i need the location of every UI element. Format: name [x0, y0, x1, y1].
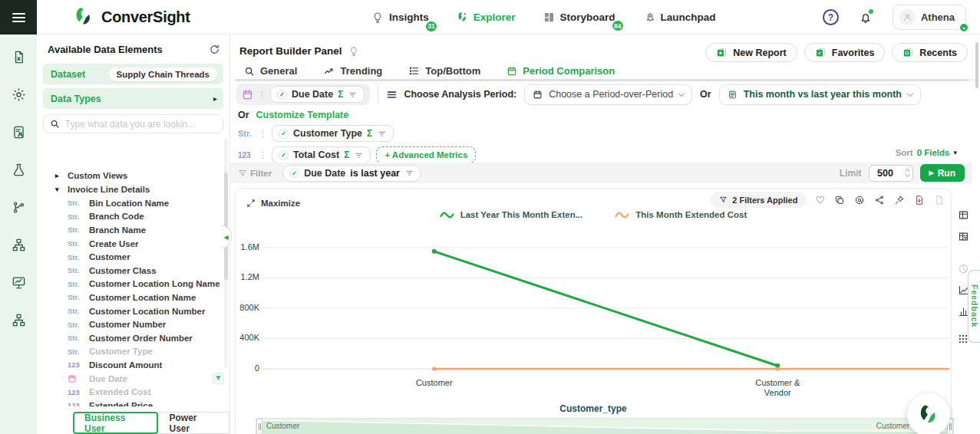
tab-period-comparison[interactable]: Period Comparison [506, 65, 615, 77]
field-customer[interactable]: Str.Customer [37, 250, 230, 264]
sigma-icon[interactable]: Σ [344, 150, 349, 160]
help-button[interactable]: ? [823, 9, 839, 25]
rail-presentation-button[interactable] [0, 267, 37, 298]
field-create-user[interactable]: Str.Create User [37, 237, 230, 251]
chart-range-navigator[interactable]: Customer Customer & Vendor [256, 418, 954, 434]
favorite-heart-icon[interactable]: ♡ [815, 195, 825, 205]
field-bin-location-name[interactable]: Str.Bin Location Name [37, 196, 230, 210]
pie-chart-icon[interactable] [958, 263, 969, 275]
tab-trending[interactable]: Trending [323, 65, 382, 77]
total-cost-chip[interactable]: ✓ Total Cost Σ [272, 146, 371, 163]
stepper-arrows[interactable] [906, 169, 909, 176]
tab-business-user[interactable]: Business User [73, 412, 158, 434]
nav-launchpad[interactable]: Launchpad [643, 12, 716, 24]
search-input[interactable] [65, 119, 216, 130]
field-filter-badge[interactable] [213, 373, 224, 384]
legend-this-month-series[interactable]: This Month Extended Cost [615, 210, 747, 219]
nav-insights[interactable]: Insights 31 [371, 12, 429, 24]
rail-report-license-button[interactable] [0, 117, 37, 147]
field-extended-price[interactable]: 123Extended Price [37, 399, 230, 406]
data-point [776, 367, 780, 370]
feedback-tab[interactable]: Feedback [968, 270, 980, 343]
customer-type-chip[interactable]: ✓ Customer Type Σ [272, 125, 394, 142]
export-pdf-icon[interactable] [914, 195, 925, 205]
athena-assistant-button[interactable] [907, 393, 950, 434]
recents-button[interactable]: Recents [892, 43, 968, 62]
tab-top-bottom[interactable]: Top/Bottom [408, 65, 480, 77]
more-charts-grid-icon[interactable] [958, 334, 968, 344]
legend-last-year-series[interactable]: Last Year This Month Exten... [440, 210, 583, 219]
drag-handle-icon[interactable]: ⋮ [259, 150, 266, 160]
field-customer-class[interactable]: Str.Customer Class [37, 264, 230, 278]
limit-input[interactable] [869, 168, 902, 179]
tab-general[interactable]: General [244, 65, 297, 77]
navigator-left-handle[interactable] [256, 419, 262, 434]
rail-pipeline-button[interactable] [0, 192, 37, 222]
rail-org-button[interactable] [0, 304, 37, 335]
sidebar-scrollbar[interactable] [224, 138, 228, 368]
field-customer-order-number[interactable]: Str.Customer Order Number [37, 331, 230, 345]
table-view-icon[interactable] [958, 209, 969, 221]
nav-explorer[interactable]: Explorer [457, 12, 516, 23]
field-extended-cost[interactable]: 123Extended Cost [37, 385, 230, 399]
hamburger-menu-button[interactable] [0, 0, 37, 35]
nav-storyboard[interactable]: Storyboard 84 [543, 12, 615, 23]
rail-hierarchy-button[interactable] [0, 229, 37, 260]
dataset-selector[interactable]: Dataset Supply Chain Threads [43, 64, 223, 84]
rail-lab-button[interactable] [0, 154, 37, 185]
field-customer-type[interactable]: Str.Customer Type [37, 345, 230, 359]
new-report-icon [716, 47, 728, 58]
refresh-icon[interactable] [209, 44, 220, 55]
line-chart-plot[interactable]: 1.6M1.2M800K400K0CustomerCustomer & Vend… [262, 231, 949, 373]
run-button[interactable]: ▶ Run [920, 164, 965, 182]
filter-label: Filter [250, 169, 272, 178]
tab-power-user[interactable]: Power User [158, 412, 229, 434]
period-template-dropdown[interactable]: This month vs last year this month [719, 84, 921, 105]
field-branch-code[interactable]: Str.Branch Code [37, 210, 230, 224]
field-branch-name[interactable]: Str.Branch Name [37, 223, 230, 237]
period-over-period-dropdown[interactable]: Choose a Period-over-Period [524, 84, 692, 105]
drag-handle-icon[interactable]: ⋮ [259, 129, 266, 139]
notifications-button[interactable] [859, 11, 873, 25]
rail-settings-button[interactable] [0, 79, 37, 110]
field-due-date[interactable]: Due Date [37, 372, 230, 386]
field-discount-amount[interactable]: 123Discount Amount [37, 358, 230, 372]
copy-icon[interactable] [834, 195, 845, 205]
filters-applied-pill[interactable]: 2 Filters Applied [711, 192, 806, 208]
advanced-metrics-button[interactable]: + Advanced Metrics [376, 146, 476, 163]
share-icon[interactable] [874, 195, 885, 205]
field-customer-number[interactable]: Str.Customer Number [37, 317, 230, 331]
new-report-button[interactable]: New Report [705, 43, 797, 62]
chip-label: Due Date [292, 89, 333, 100]
field-type-badge: Str. [68, 347, 83, 356]
tree-group-custom-views[interactable]: ▸ Custom Views [37, 169, 230, 182]
user-menu[interactable]: Athena ▾ [893, 5, 966, 30]
maximize-button[interactable]: Maximize [246, 199, 300, 208]
filter-lines-icon[interactable] [404, 168, 414, 178]
filter-lines-icon[interactable] [348, 90, 358, 100]
sigma-icon[interactable]: Σ [338, 89, 343, 100]
main-scrollbar[interactable] [975, 42, 978, 88]
sigma-icon[interactable]: Σ [367, 128, 372, 139]
data-types-selector[interactable]: Data Types ▸ [43, 88, 223, 109]
builder-horizontal-scrollbar[interactable] [235, 79, 975, 81]
field-customer-location-name[interactable]: Str.Customer Location Name [37, 291, 230, 304]
customize-template-link[interactable]: Customize Template [256, 110, 349, 120]
filter-lines-icon[interactable] [354, 150, 364, 160]
bulb-icon[interactable] [348, 46, 359, 57]
favorites-button[interactable]: Favorites [804, 43, 886, 62]
due-date-chip[interactable]: ✓ Due Date Σ [270, 86, 365, 103]
annotation-icon[interactable] [854, 195, 865, 205]
tree-group-invoice-line-details[interactable]: ▾ Invoice Line Details [37, 182, 230, 196]
filter-lines-icon[interactable] [377, 129, 387, 139]
rail-data-file-button[interactable] [0, 41, 37, 72]
pin-icon[interactable] [894, 195, 905, 205]
filter-due-date-chip[interactable]: ✓ Due Date is last year [282, 165, 421, 182]
report-file-icon[interactable] [934, 195, 945, 205]
pivot-table-icon[interactable] [958, 231, 969, 242]
caret-down-icon[interactable]: ▾ [953, 149, 957, 156]
drag-handle-icon[interactable]: ⋮ [258, 90, 266, 100]
sort-value[interactable]: 0 Fields [917, 148, 950, 157]
field-customer-location-long-name[interactable]: Str.Customer Location Long Name [37, 278, 230, 291]
field-customer-location-number[interactable]: Str.Customer Location Number [37, 304, 230, 318]
